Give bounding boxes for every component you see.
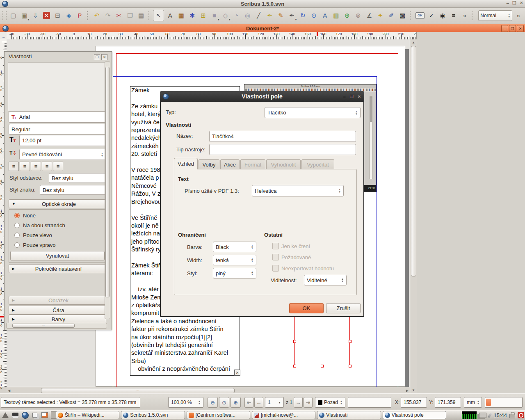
- cut-icon[interactable]: ✂: [114, 10, 124, 21]
- paragraph-style-combo[interactable]: Bez stylu: [49, 173, 106, 183]
- advanced-settings-expander[interactable]: ▶ Pokročilé nastavení: [9, 264, 106, 273]
- pdf-checkbox-icon[interactable]: ✓: [427, 10, 437, 21]
- dialog-maximize-button[interactable]: ❐: [350, 94, 354, 99]
- radio-icon[interactable]: [14, 233, 20, 238]
- taskbar-button-scribus[interactable]: Scribus 1.5.0.svn: [121, 411, 185, 419]
- tab-volby[interactable]: Volby: [199, 159, 219, 169]
- insert-text-frame-icon[interactable]: A: [165, 10, 175, 21]
- zoom-out-button[interactable]: ⊖: [208, 397, 218, 408]
- doc-minimize-button[interactable]: –: [501, 25, 508, 32]
- radio-icon[interactable]: [14, 242, 20, 248]
- zoom-icon[interactable]: ⊙: [309, 10, 319, 21]
- insert-render-frame-icon[interactable]: ✱: [187, 10, 197, 21]
- border-style-spinner[interactable]: ▲▼: [249, 271, 253, 276]
- screen-lock-icon[interactable]: [509, 414, 515, 418]
- open-document-icon[interactable]: ▣▼: [19, 10, 30, 21]
- unit-selector[interactable]: mm ▲▼: [464, 397, 482, 408]
- zoom-level-field[interactable]: 100,00 % ▲▼: [168, 397, 203, 408]
- insert-calligraphic-icon-dropdown[interactable]: ▼: [294, 18, 297, 21]
- tab-akce[interactable]: Akce: [220, 159, 240, 169]
- border-style-combo[interactable]: plný ▲▼: [213, 268, 256, 278]
- scroll-up-icon[interactable]: ▲: [412, 41, 415, 44]
- scroll-down-icon[interactable]: ▼: [412, 388, 415, 392]
- border-width-combo[interactable]: tenká ▲▼: [213, 255, 256, 265]
- taskbar-button-firefox[interactable]: Štiřín – Wikipedi...: [56, 411, 119, 419]
- border-color-spinner[interactable]: ▲▼: [249, 244, 253, 249]
- vertical-scrollbar[interactable]: ▲ ▼: [410, 39, 417, 393]
- pdf-push-button-icon[interactable]: OK: [415, 12, 424, 19]
- wm-logo-icon[interactable]: [1, 411, 10, 419]
- layer-selector[interactable]: Pozad ▲▼: [315, 397, 345, 408]
- optical-option-pouze-vlevo[interactable]: Pouze vlevo: [14, 232, 52, 238]
- type-combo[interactable]: Tlačítko ▲▼: [265, 107, 361, 118]
- align-left-button[interactable]: ≡: [9, 162, 19, 171]
- colors-section-expander[interactable]: ▶ Barvy: [9, 315, 106, 324]
- cpu-monitor-icon[interactable]: [462, 411, 477, 419]
- scroll-left-icon[interactable]: ◀: [8, 389, 10, 393]
- insert-arc-icon[interactable]: ◔: [231, 10, 242, 21]
- close-document-icon[interactable]: ✕: [43, 12, 50, 19]
- line-spacing-spinner[interactable]: ▲▼: [99, 152, 103, 157]
- resize-handle-right[interactable]: [349, 340, 352, 343]
- visibility-spinner[interactable]: ▲▼: [339, 278, 344, 283]
- name-input[interactable]: Tlačítko4: [209, 131, 356, 142]
- tooltip-input[interactable]: [209, 144, 356, 155]
- window-minimize-button[interactable]: –: [507, 0, 509, 6]
- font-family-combo[interactable]: TF Arial: [9, 112, 106, 123]
- insert-shape-icon-dropdown[interactable]: ▼: [217, 18, 220, 21]
- insert-calligraphic-icon[interactable]: ✒▼: [287, 10, 297, 21]
- layer-spinner[interactable]: ▲▼: [338, 400, 342, 405]
- resize-handle-bottom-right[interactable]: [349, 365, 352, 368]
- select-item-icon[interactable]: ↖: [153, 10, 164, 21]
- type-combo-spinner[interactable]: ▲▼: [353, 110, 358, 115]
- insert-line-icon[interactable]: ╱: [253, 10, 264, 21]
- copy-properties-icon[interactable]: ✦: [375, 10, 386, 21]
- resize-handle-bottom[interactable]: [321, 365, 324, 368]
- resize-handle-bottom-left[interactable]: [293, 365, 296, 368]
- window-list-icon[interactable]: [30, 411, 39, 419]
- panel-hscroll-thumb[interactable]: ⋯: [12, 324, 75, 328]
- ruler-origin-box[interactable]: ⋯: [0, 32, 7, 40]
- panel-close-button[interactable]: ✕: [101, 54, 107, 60]
- insert-shape-icon[interactable]: ■▼: [209, 10, 219, 21]
- pdf-font-spinner[interactable]: ▲▼: [336, 188, 341, 193]
- zoom-spinner[interactable]: ▲▼: [196, 400, 201, 405]
- visibility-combo[interactable]: Viditelné ▲▼: [304, 275, 347, 285]
- tab-vzhled[interactable]: Vzhled: [174, 158, 198, 169]
- font-style-combo[interactable]: Regular: [9, 124, 106, 135]
- selected-pdf-button-frame[interactable]: [294, 317, 350, 366]
- align-force-button[interactable]: ≡: [53, 162, 63, 171]
- paste-icon[interactable]: ▤: [136, 10, 146, 21]
- toolbar-overflow-icon[interactable]: »: [459, 10, 470, 21]
- save-document-icon[interactable]: ⇓: [30, 10, 41, 21]
- unit-spinner[interactable]: ▲▼: [475, 400, 479, 405]
- taskbar-button-scribus[interactable]: Vlastnosti: [317, 411, 381, 419]
- char-style-combo[interactable]: Bez stylu: [40, 185, 106, 195]
- horizontal-scrollbar[interactable]: ◀ ⋯ ▶: [7, 387, 410, 394]
- insert-bezier-icon[interactable]: ✒: [265, 10, 275, 21]
- taskbar-button-centrum[interactable]: [Centrum softwa...: [187, 411, 250, 419]
- zoom-100-button[interactable]: ⊙: [219, 397, 229, 408]
- window-close-button[interactable]: ✕: [520, 0, 523, 6]
- previous-page-button[interactable]: ←: [254, 397, 263, 408]
- align-center-button[interactable]: ≡: [20, 162, 30, 171]
- vertical-scrollbar-thumb[interactable]: [411, 46, 416, 276]
- panel-vscroll-thumb[interactable]: [105, 67, 110, 297]
- redo-icon[interactable]: ↷: [103, 10, 113, 21]
- show-desktop-icon[interactable]: [11, 411, 20, 419]
- insert-image-frame-icon[interactable]: ▦: [176, 10, 186, 21]
- border-color-combo[interactable]: Black ▲▼: [213, 242, 256, 252]
- scroll-right-icon[interactable]: ▶: [406, 389, 409, 393]
- copy-icon[interactable]: ❐: [125, 10, 135, 21]
- reset-button[interactable]: Vynulovat: [10, 251, 105, 260]
- toolbar-grip[interactable]: [2, 11, 7, 20]
- microphone-icon[interactable]: [488, 412, 493, 418]
- optical-option-na-obou-stranách[interactable]: Na obou stranách: [14, 222, 65, 228]
- taskbar-button-terminal[interactable]: [michal-nove@...: [252, 411, 315, 419]
- dialog-close-button[interactable]: ✕: [358, 94, 361, 99]
- preflight-verifier-icon[interactable]: ◈: [64, 10, 74, 21]
- optical-margins-expander[interactable]: ▼ Optické okraje: [9, 199, 106, 208]
- measurements-icon[interactable]: ∡: [364, 10, 374, 21]
- dialog-minimize-button[interactable]: –: [343, 94, 346, 99]
- doc-close-button[interactable]: ✕: [517, 25, 524, 32]
